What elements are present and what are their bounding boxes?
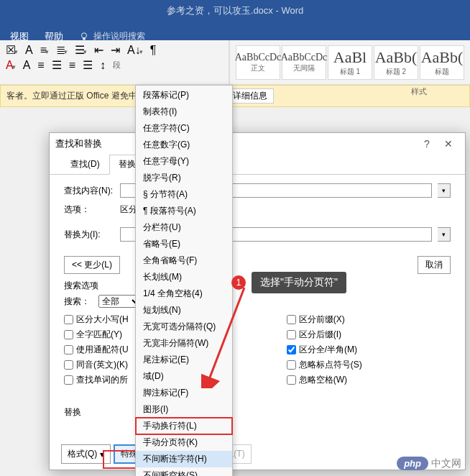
find-replace-dialog: 查找和替换 ? ✕ 查找(D) 替换(P) 查找内容(N): ▾ 选项： 区分 …: [49, 132, 466, 470]
menu-quarter-em[interactable]: 1/4 全角空格(4): [136, 285, 232, 302]
right-checkboxes: 区分前缀(X) 区分后缀(I) 区分全/半角(M) 忽略标点符号(S) 忽略空格…: [287, 313, 362, 386]
menu-pilcrow[interactable]: ¶ 段落符号(A): [136, 203, 232, 219]
multilevel-icon[interactable]: ☰▾: [75, 43, 87, 57]
style-heading1[interactable]: AaBl标题 1: [328, 45, 372, 80]
menu-field[interactable]: 域(D): [136, 368, 232, 385]
menu-manual-line-break[interactable]: 手动换行符(L): [136, 418, 232, 434]
menu-em-dash[interactable]: 长划线(M): [136, 269, 232, 285]
chk-suffix[interactable]: [287, 330, 296, 339]
chk-prefix[interactable]: [287, 315, 296, 324]
char-border-icon[interactable]: A: [23, 59, 31, 72]
replace-dropdown[interactable]: ▾: [438, 227, 451, 242]
window-title: 参考之资，可以攻玉.docx - Word: [0, 0, 470, 22]
search-direction-label: 搜索：: [64, 296, 93, 308]
style-heading2[interactable]: AaBb(标题 2: [374, 45, 418, 80]
special-format-menu: 段落标记(P) 制表符(I) 任意字符(C) 任意数字(G) 任意字母(Y) 脱…: [135, 85, 233, 476]
menu-nowidth-nonbreak[interactable]: 无宽非分隔符(W): [136, 335, 232, 352]
align-left-icon[interactable]: ≡: [37, 59, 44, 72]
options-label: 选项：: [64, 203, 114, 216]
menu-endnote[interactable]: 尾注标记(E): [136, 352, 232, 368]
activation-warning: 客者。立即通过正版 Office 避免中断并使 ffice 了解详细信息: [0, 85, 470, 107]
align-right-icon[interactable]: ≡: [69, 59, 75, 72]
replace-label: 替换为(I):: [64, 229, 114, 241]
find-label: 查找内容(N):: [64, 185, 114, 197]
cancel-button[interactable]: 取消: [418, 256, 451, 274]
align-center-icon[interactable]: ☰: [52, 58, 62, 72]
menu-tab[interactable]: 制表符(I): [136, 104, 232, 120]
tab-find[interactable]: 查找(D): [61, 155, 109, 174]
menu-paragraph-mark[interactable]: 段落标记(P): [136, 87, 232, 104]
numbering-icon[interactable]: ≣▾: [56, 43, 68, 57]
menu-full-ellipsis[interactable]: 全角省略号(F): [136, 252, 232, 269]
chk-word-forms[interactable]: [64, 375, 73, 385]
menu-any-digit[interactable]: 任意数字(G): [136, 137, 232, 153]
font-box-icon[interactable]: ☒▾: [6, 43, 18, 57]
justify-icon[interactable]: ☰: [83, 58, 93, 72]
replace-section-title: 替换: [64, 406, 451, 418]
line-spacing-icon[interactable]: ↕: [100, 59, 106, 72]
menu-column-break[interactable]: 分栏符(U): [136, 219, 232, 236]
find-dropdown[interactable]: ▾: [438, 183, 451, 198]
style-nospacing[interactable]: AaBbCcDc无间隔: [282, 45, 326, 80]
chk-fullwidth[interactable]: [287, 345, 296, 354]
styles-gallery[interactable]: AaBbCcDc正文 AaBbCcDc无间隔 AaBl标题 1 AaBb(标题 …: [229, 40, 470, 84]
menu-any-char[interactable]: 任意字符(C): [136, 120, 232, 137]
styles-group-label: 样式: [411, 86, 427, 97]
font-effects-icon[interactable]: A▾: [6, 59, 16, 72]
format-button[interactable]: 格式(Q) ▾: [61, 444, 111, 464]
chk-whitespace[interactable]: [287, 375, 296, 385]
style-normal[interactable]: AaBbCcDc正文: [236, 45, 280, 80]
menu-nonbreak-hyphen[interactable]: 不间断连字符(H): [136, 451, 232, 467]
svg-rect-1: [83, 37, 86, 40]
pilcrow-icon[interactable]: ¶: [150, 44, 157, 57]
chk-whole-word[interactable]: [64, 330, 73, 339]
dialog-title: 查找和替换: [55, 137, 416, 150]
indent-right-icon[interactable]: ⇥: [111, 43, 120, 57]
annotation-badge: 1: [231, 275, 246, 290]
chk-case[interactable]: [64, 315, 73, 324]
menu-nonbreak-space[interactable]: 不间断空格(S): [136, 467, 232, 476]
indent-left-icon[interactable]: ⇤: [94, 43, 103, 57]
menu-en-dash[interactable]: 短划线(N): [136, 302, 232, 319]
left-checkboxes: 区分大小写(H 全字匹配(Y) 使用通配符(U 同音(英文)(K) 查找单词的所: [64, 313, 129, 386]
menu-footnote[interactable]: 脚注标记(F): [136, 385, 232, 401]
bullets-icon[interactable]: ≡▾: [40, 44, 49, 57]
menu-opt-break[interactable]: 无宽可选分隔符(Q): [136, 319, 232, 335]
menu-section-char[interactable]: § 分节符(A): [136, 186, 232, 203]
less-button[interactable]: << 更少(L): [64, 256, 120, 274]
style-title[interactable]: AaBb(标题: [420, 45, 464, 80]
chk-punctuation[interactable]: [287, 360, 296, 370]
ribbon: ☒▾ A ≡▾ ≣▾ ☰▾ ⇤ ⇥ A↓▾ ¶ A▾ A ≡ ☰ ≡ ☰ ↕ 段…: [0, 40, 470, 85]
svg-point-0: [82, 32, 87, 37]
paragraph-label: 段: [113, 60, 121, 70]
help-button[interactable]: ?: [416, 138, 438, 150]
sort-icon[interactable]: A↓▾: [127, 44, 143, 57]
menu-graphic[interactable]: 图形(I): [136, 401, 232, 418]
chk-sounds-like[interactable]: [64, 360, 73, 370]
chk-wildcards[interactable]: [64, 345, 73, 354]
close-button[interactable]: ✕: [438, 138, 459, 150]
menu-any-letter[interactable]: 任意字母(Y): [136, 153, 232, 170]
watermark-logo: php 中文网: [397, 457, 461, 470]
font-outline-icon[interactable]: A: [25, 44, 33, 57]
menu-caret[interactable]: 脱字号(R): [136, 170, 232, 186]
annotation-tooltip: 1 选择"手动分页符": [252, 272, 346, 293]
menu-ellipsis[interactable]: 省略号(E): [136, 236, 232, 252]
menu-manual-page-break[interactable]: 手动分页符(K): [136, 434, 232, 451]
